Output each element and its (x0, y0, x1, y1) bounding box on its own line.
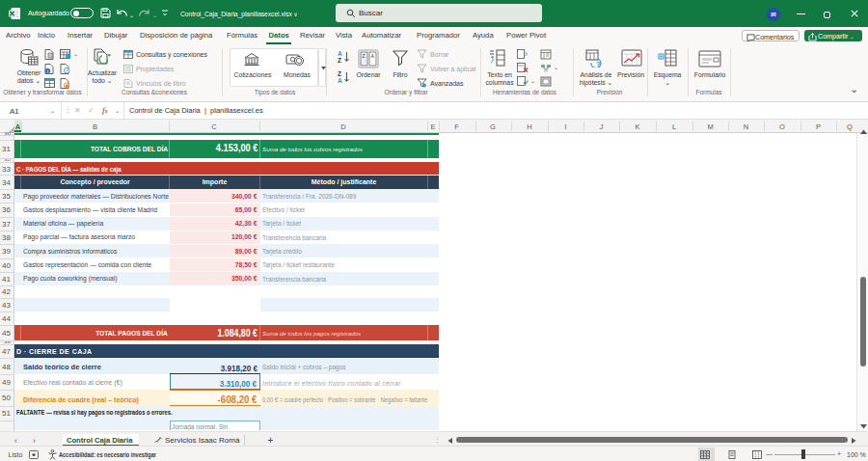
svg-text:?: ? (596, 60, 601, 68)
svg-text:A: A (338, 50, 342, 57)
svg-text:Z: Z (338, 57, 341, 64)
svg-text:A: A (338, 77, 342, 84)
svg-text:Z: Z (338, 70, 341, 77)
svg-text:Z: Z (363, 53, 366, 59)
